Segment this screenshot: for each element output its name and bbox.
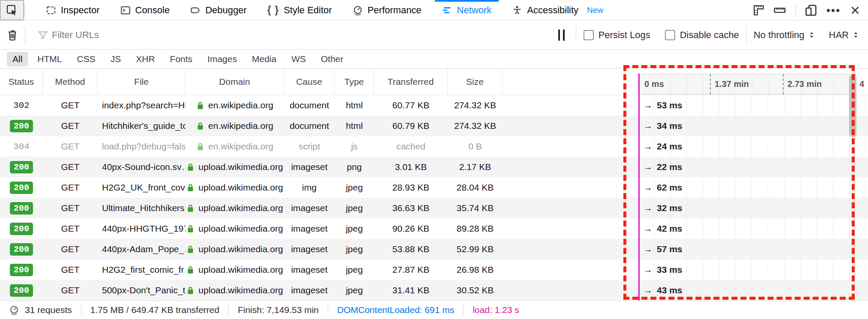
size-cell: 35.74 KB: [448, 203, 503, 213]
filter-funnel-icon: [38, 30, 48, 40]
menu-button[interactable]: •••: [826, 8, 841, 12]
transferred-cell: 60.77 KB: [374, 100, 448, 110]
domain-cell: en.wikipedia.org: [186, 100, 284, 110]
responsive-mode-button[interactable]: [805, 4, 817, 16]
request-row[interactable]: 304 GET load.php?debug=fals… en.wikipedi…: [0, 136, 868, 157]
cause-cell: imageset: [284, 244, 335, 254]
disable-cache-checkbox[interactable]: [665, 30, 675, 40]
rulers-button[interactable]: [753, 5, 764, 16]
type-cell: jpeg: [335, 203, 374, 213]
network-icon: [442, 5, 452, 15]
tab-network[interactable]: Network: [435, 0, 499, 20]
measure-button[interactable]: [774, 4, 786, 16]
type-filter-media[interactable]: Media: [246, 52, 282, 66]
tab-performance[interactable]: Performance: [345, 0, 429, 20]
type-filter-images[interactable]: Images: [202, 52, 242, 66]
transferred-cell: 3.01 KB: [374, 162, 448, 172]
waterfall-arrow-icon: →: [644, 265, 652, 275]
tab-debugger[interactable]: Debugger: [183, 0, 254, 20]
timeline-tick: 2.73 min: [783, 74, 822, 94]
style-editor-icon: { }: [267, 4, 279, 16]
waterfall-timeline-header[interactable]: 0 ms 1.37 min 2.73 min 4: [638, 74, 855, 95]
secure-lock-icon: [186, 183, 195, 192]
pause-traffic-button[interactable]: [547, 30, 576, 41]
status-cell: 200: [0, 264, 43, 276]
type-cell: jpeg: [335, 285, 374, 295]
close-devtools-button[interactable]: [850, 5, 860, 15]
waterfall-cell: → 22 ms: [638, 157, 868, 177]
tab-style-editor[interactable]: { } Style Editor: [260, 0, 339, 20]
type-filter-all[interactable]: All: [7, 52, 28, 66]
waterfall-duration: 22 ms: [657, 162, 682, 172]
responsive-mode-icon: [805, 4, 817, 16]
type-filter-ws[interactable]: WS: [286, 52, 311, 66]
cause-cell: script: [284, 141, 335, 152]
method-cell: GET: [43, 100, 98, 110]
domain-label: upload.wikimedia.org: [198, 265, 283, 275]
size-cell: 52.99 KB: [448, 244, 503, 254]
request-row[interactable]: 200 GET H2G2_first_comic_fr… upload.wiki…: [0, 259, 868, 280]
vertical-scrollbar-thumb[interactable]: [849, 75, 856, 137]
file-cell: Hitchhiker's_guide_to…: [98, 121, 186, 131]
status-cell: 200: [0, 243, 43, 256]
clear-requests-button[interactable]: [0, 29, 25, 41]
status-code: 200: [10, 202, 33, 215]
console-icon: [120, 5, 131, 15]
type-filter-other[interactable]: Other: [315, 52, 349, 66]
request-row[interactable]: 200 GET 440px-Adam_Pope_… upload.wikimed…: [0, 239, 868, 259]
waterfall-arrow-icon: →: [644, 162, 652, 172]
disable-cache-toggle[interactable]: Disable cache: [665, 30, 739, 41]
domain-label: upload.wikimedia.org: [198, 285, 283, 295]
updown-arrows-icon: [808, 31, 815, 39]
persist-logs-toggle[interactable]: Persist Logs: [584, 30, 650, 41]
request-row[interactable]: 200 GET H2G2_UK_front_cove… upload.wikim…: [0, 177, 868, 198]
debugger-icon: [190, 5, 201, 15]
secure-lock-icon: [196, 101, 204, 110]
filter-urls-input[interactable]: [52, 30, 232, 41]
column-header-type[interactable]: Type: [335, 69, 374, 95]
column-header-cause[interactable]: Cause: [284, 69, 335, 95]
status-code: 200: [10, 161, 33, 173]
request-row[interactable]: 200 GET 440px-HHGTHG_197… upload.wikimed…: [0, 218, 868, 239]
type-filter-xhr[interactable]: XHR: [130, 52, 160, 66]
waterfall-cell: → 62 ms: [638, 177, 868, 198]
column-header-status[interactable]: Status: [0, 69, 43, 95]
status-code: 302: [13, 101, 30, 110]
request-row[interactable]: 200 GET Hitchhiker's_guide_to… en.wikipe…: [0, 116, 868, 136]
throttling-select[interactable]: No throttling: [754, 30, 815, 41]
load-event-marker-line: [638, 74, 640, 301]
type-filter-js[interactable]: JS: [105, 52, 127, 66]
type-filter-fonts[interactable]: Fonts: [165, 52, 198, 66]
type-filter-css[interactable]: CSS: [72, 52, 101, 66]
waterfall-duration: 32 ms: [657, 203, 682, 213]
waterfall-cell: → 33 ms: [638, 259, 868, 280]
waterfall-arrow-icon: →: [644, 224, 652, 234]
transferred-cell: 31.41 KB: [374, 285, 448, 295]
request-row[interactable]: 200 GET Ultimate_Hitchhikers… upload.wik…: [0, 198, 868, 218]
request-row[interactable]: 200 GET 500px-Don't_Panic_t… upload.wiki…: [0, 280, 868, 301]
size-cell: 0 B: [448, 141, 503, 152]
domain-label: en.wikipedia.org: [208, 100, 273, 110]
column-header-file[interactable]: File: [98, 69, 186, 95]
node-picker-button[interactable]: [0, 0, 24, 20]
size-cell: 30.52 KB: [448, 285, 503, 295]
column-header-method[interactable]: Method: [43, 69, 98, 95]
domain-cell: upload.wikimedia.org: [186, 285, 284, 295]
request-row[interactable]: 302 GET index.php?search=Hi… en.wikipedi…: [0, 95, 868, 116]
column-header-transferred[interactable]: Transferred: [374, 69, 448, 95]
performance-analysis-icon[interactable]: [9, 305, 19, 315]
close-icon: [850, 5, 860, 15]
waterfall-arrow-icon: →: [644, 100, 652, 110]
domain-label: upload.wikimedia.org: [198, 203, 283, 213]
tab-console[interactable]: Console: [113, 0, 177, 20]
request-row[interactable]: 200 GET 40px-Sound-icon.sv… upload.wikim…: [0, 157, 868, 177]
har-menu[interactable]: HAR: [829, 30, 859, 41]
tab-inspector[interactable]: Inspector: [39, 0, 107, 20]
type-filter-html[interactable]: HTML: [32, 52, 67, 66]
waterfall-arrow-icon: →: [644, 203, 652, 213]
persist-logs-checkbox[interactable]: [584, 30, 594, 40]
column-header-size[interactable]: Size: [448, 69, 503, 95]
transferred-cell: 36.63 KB: [374, 203, 448, 213]
tab-accessibility[interactable]: Accessibility New: [505, 0, 611, 20]
column-header-domain[interactable]: Domain: [186, 69, 284, 95]
